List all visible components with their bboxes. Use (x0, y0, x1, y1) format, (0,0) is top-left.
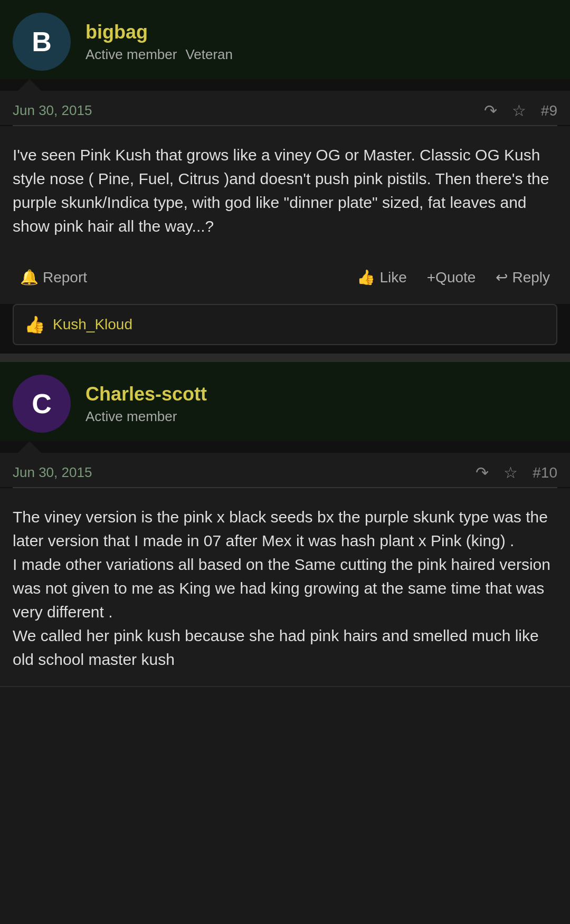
triangle-pointer-2 (18, 441, 41, 453)
post-text-2: The viney version is the pink x black se… (13, 508, 550, 668)
badge-active-member: Active member (86, 46, 177, 63)
post-meta: Jun 30, 2015 ↷ ☆ #9 (0, 91, 570, 125)
like-icon-blue: 👍 (24, 315, 45, 335)
post-container-2: C Charles-scott Active member Jun 30, 20… (0, 362, 570, 687)
section-divider (0, 355, 570, 362)
post-date-2: Jun 30, 2015 (13, 464, 92, 481)
right-actions: 👍 Like +Quote ↩ Reply (349, 263, 557, 291)
badge-veteran: Veteran (185, 46, 233, 63)
username[interactable]: bigbag (86, 21, 233, 43)
like-button[interactable]: 👍 Like (349, 263, 414, 291)
thumbsup-icon: 👍 (357, 269, 375, 286)
report-label: Report (43, 269, 87, 286)
post-body-2: The viney version is the pink x black se… (0, 488, 570, 686)
post-text: I've seen Pink Kush that grows like a vi… (13, 146, 549, 235)
post-footer: 🔔 Report 👍 Like +Quote ↩ Reply (0, 253, 570, 304)
username-2[interactable]: Charles-scott (86, 383, 207, 405)
report-button[interactable]: 🔔 Report (13, 263, 94, 291)
avatar-2[interactable]: C (13, 375, 71, 433)
reply-label: Reply (512, 269, 550, 286)
reply-icon: ↩ (496, 269, 508, 286)
quote-button[interactable]: +Quote (420, 264, 483, 291)
quote-label: +Quote (427, 269, 476, 286)
triangle-pointer (18, 79, 41, 91)
post-meta-2: Jun 30, 2015 ↷ ☆ #10 (0, 453, 570, 487)
bell-icon: 🔔 (20, 269, 39, 286)
share-icon-2[interactable]: ↷ (476, 463, 489, 482)
user-badges-2: Active member (86, 408, 207, 425)
post-date: Jun 30, 2015 (13, 102, 92, 119)
post-meta-actions-2: ↷ ☆ #10 (476, 463, 557, 482)
reply-button[interactable]: ↩ Reply (488, 263, 557, 291)
bookmark-icon[interactable]: ☆ (512, 101, 526, 120)
badge-active-member-2: Active member (86, 408, 177, 425)
post-meta-actions: ↷ ☆ #9 (484, 101, 557, 120)
share-icon[interactable]: ↷ (484, 101, 497, 120)
post-number-2: #10 (533, 464, 557, 481)
user-header: B bigbag Active member Veteran (0, 0, 570, 79)
user-header-2: C Charles-scott Active member (0, 362, 570, 441)
post-container: B bigbag Active member Veteran Jun 30, 2… (0, 0, 570, 355)
post-body: I've seen Pink Kush that grows like a vi… (0, 126, 570, 253)
bookmark-icon-2[interactable]: ☆ (504, 463, 518, 482)
user-badges: Active member Veteran (86, 46, 233, 63)
user-info-2: Charles-scott Active member (86, 383, 207, 425)
post-number: #9 (541, 102, 557, 119)
user-info: bigbag Active member Veteran (86, 21, 233, 63)
like-label: Like (379, 269, 406, 286)
avatar[interactable]: B (13, 13, 71, 71)
likes-user[interactable]: Kush_Kloud (53, 316, 132, 333)
likes-box: 👍 Kush_Kloud (13, 304, 557, 345)
